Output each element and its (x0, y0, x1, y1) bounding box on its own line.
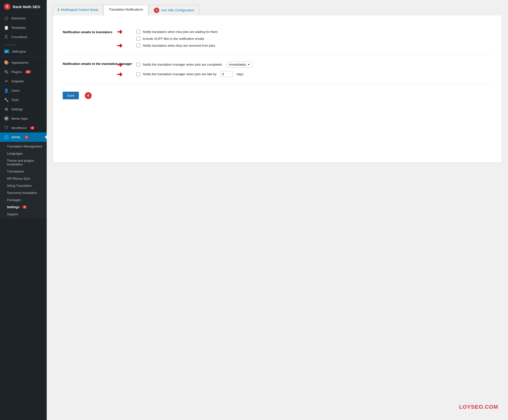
plugins-badge: 17 (25, 70, 31, 73)
checkbox-notify-late[interactable] (136, 72, 140, 76)
submenu-string-translation[interactable]: String Translation (0, 182, 47, 189)
submenu-theme-plugins-localization[interactable]: Theme and plugins localization (0, 157, 47, 168)
checkbox-notify-new-jobs[interactable] (136, 30, 140, 34)
sidebar-item-label: WPML (11, 135, 21, 139)
submenu-taxonomy-translation[interactable]: Taxonomy translation (0, 189, 47, 196)
tab-translation-notifications[interactable]: Translation Notifications (104, 5, 148, 15)
translators-section: Notification emails to translators ➜ Not… (63, 23, 492, 55)
arrow-notify-removed: ➜ (117, 42, 122, 50)
sidebar-item-meow-apps[interactable]: M Meow Apps (0, 114, 47, 123)
checkbox-row-notify-completed: ➜ Notify the translation manager when jo… (136, 61, 492, 68)
sidebar-item-label: Crocoblock (11, 35, 27, 39)
checkbox-row-notify-removed: ➜ Notify translators when they are remov… (136, 43, 492, 47)
sidebar-item-label: Settings (11, 107, 23, 111)
sidebar-item-label: Snippets (11, 79, 24, 83)
days-label: days (237, 72, 243, 76)
sidebar-item-label: Elementor (11, 16, 26, 20)
sidebar-item-appearance[interactable]: 🎨 Appearance (0, 58, 47, 67)
sidebar-item-elementor[interactable]: ⬡ Elementor (0, 14, 47, 23)
checkbox-include-xliff[interactable] (136, 37, 140, 41)
sidebar-item-label: Plugins (11, 70, 22, 74)
manager-section-content: ➜ Notify the translation manager when jo… (136, 61, 492, 77)
content-panel: Notification emails to translators ➜ Not… (53, 15, 502, 163)
sidebar-logo-text: Rank Math SEO (13, 5, 40, 9)
settings-submenu-badge: 1 (22, 205, 27, 209)
wpml-submenu: Translation Management Languages Theme a… (0, 142, 47, 219)
label-notify-new-jobs: Notify translators when new jobs are wai… (143, 30, 218, 34)
checkbox-notify-completed[interactable] (136, 63, 140, 67)
arrow-notify-completed: ➜ (117, 60, 122, 69)
label-notify-late: Notify the translation manager when jobs… (143, 72, 217, 76)
info-icon: ℹ (58, 8, 59, 12)
appearance-icon: 🎨 (4, 60, 9, 65)
plugins-section-label: PLUGINS (0, 42, 47, 47)
sidebar-item-label: Templates (11, 26, 26, 29)
label-include-xliff: Include XLIFF files in the notification … (143, 37, 204, 41)
submenu-settings[interactable]: Settings 1 (0, 203, 47, 211)
sidebar-logo: R Rank Math SEO (0, 0, 47, 14)
days-input[interactable] (220, 71, 233, 77)
sidebar-item-settings[interactable]: ⚙ Settings (0, 104, 47, 114)
chevron-down-icon: ▼ (247, 63, 250, 66)
templates-icon: 📋 (4, 25, 9, 30)
sidebar-item-wordfence[interactable]: 🛡 Wordfence 2 (0, 123, 47, 132)
sidebar-item-label: Wordfence (11, 126, 27, 130)
submenu-support[interactable]: Support (0, 211, 47, 218)
sidebar-item-wpml[interactable]: 🌐 WPML 1 (0, 132, 47, 142)
submenu-translation-management[interactable]: Translation Management (0, 143, 47, 150)
checkbox-row-include-xliff: Include XLIFF files in the notification … (136, 37, 492, 41)
tools-icon: 🔧 (4, 97, 9, 102)
submenu-translations[interactable]: Translations (0, 168, 47, 175)
checkbox-notify-removed[interactable] (136, 43, 140, 47)
save-row: Save 4 (63, 92, 492, 99)
sidebar-item-label: Users (11, 89, 20, 92)
sidebar-item-crocoblock[interactable]: C Crocoblock (0, 32, 47, 42)
sidebar-item-snippets[interactable]: ✂ Snippets (0, 76, 47, 86)
main-content: ℹ Multilingual Content Setup Translation… (47, 0, 508, 420)
save-badge: 4 (85, 92, 92, 99)
immediately-dropdown-value: immediately (229, 63, 246, 66)
snippets-icon: ✂ (4, 79, 9, 84)
wordfence-badge: 2 (30, 126, 35, 130)
rank-math-logo-icon: R (4, 3, 10, 10)
checkbox-row-notify-late: ➜ Notify the translation manager when jo… (136, 71, 492, 77)
watermark: LOYSEO.COM (459, 404, 498, 410)
manager-section-label: Notification emails to the translation m… (63, 61, 136, 66)
translators-section-label: Notification emails to translators (63, 30, 136, 34)
arrow-notify-new-jobs: ➜ (117, 28, 122, 36)
settings-icon: ⚙ (4, 107, 9, 112)
translators-section-content: ➜ Notify translators when new jobs are w… (136, 30, 492, 47)
wpml-icon: 🌐 (4, 135, 9, 140)
users-icon: 👤 (4, 88, 9, 93)
manager-section: Notification emails to the translation m… (63, 55, 492, 84)
tab-multilingual-content-setup[interactable]: ℹ Multilingual Content Setup (53, 5, 103, 15)
sidebar-item-label: Appearance (11, 61, 29, 64)
submenu-languages[interactable]: Languages (0, 150, 47, 157)
arrow-notify-late: ➜ (117, 70, 122, 78)
sidebar-item-templates[interactable]: 📋 Templates (0, 23, 47, 32)
sidebar-item-label: JetEngine (12, 50, 26, 53)
sidebar-item-plugins[interactable]: 🔌 Plugins 17 (0, 67, 47, 76)
immediately-dropdown[interactable]: immediately ▼ (226, 61, 253, 68)
save-button[interactable]: Save (63, 92, 79, 99)
wpml-badge: 1 (24, 136, 29, 139)
wordfence-icon: 🛡 (4, 125, 9, 130)
label-notify-removed: Notify translators when they are removed… (143, 44, 215, 47)
tabs-container: ℹ Multilingual Content Setup Translation… (53, 5, 502, 15)
tab-custom-xml-configuration[interactable]: 3 tom XML Configuration (149, 5, 199, 15)
crocoblock-icon: C (4, 34, 9, 39)
meow-apps-icon: M (4, 116, 9, 121)
submenu-packages[interactable]: Packages (0, 196, 47, 203)
submenu-wp-menus-sync[interactable]: WP Menus Sync (0, 175, 47, 182)
sidebar-item-users[interactable]: 👤 Users (0, 86, 47, 95)
sidebar-item-jetengine[interactable]: jet JetEngine (0, 47, 47, 56)
sidebar-item-tools[interactable]: 🔧 Tools (0, 95, 47, 104)
jetengine-icon: jet (4, 49, 9, 53)
tab3-badge: 3 (154, 8, 159, 13)
elementor-icon: ⬡ (4, 16, 9, 21)
plugins-icon: 🔌 (4, 69, 9, 74)
sidebar: R Rank Math SEO ⬡ Elementor 📋 Templates … (0, 0, 47, 420)
label-notify-completed: Notify the translation manager when jobs… (143, 63, 222, 66)
sidebar-item-label: Tools (11, 98, 19, 102)
sidebar-item-label: Meow Apps (11, 117, 28, 120)
